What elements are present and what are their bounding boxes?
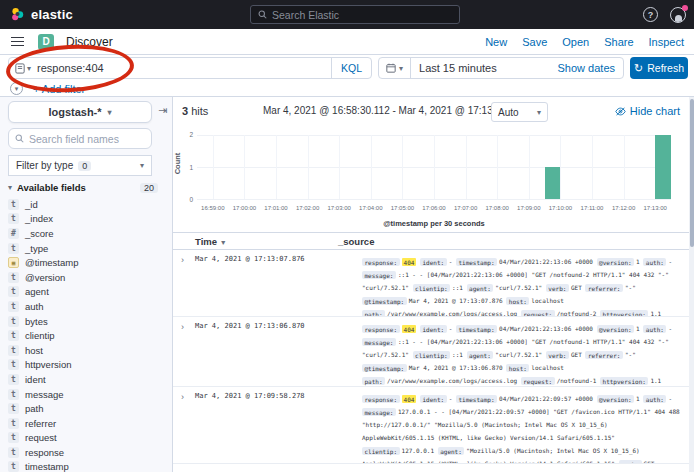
calendar-icon: [386, 63, 396, 73]
grid-line-v: [466, 135, 467, 199]
field-item-_id[interactable]: t_id: [8, 197, 168, 212]
saved-query-menu[interactable]: ▾: [9, 63, 37, 74]
field-item-_score[interactable]: #_score: [8, 226, 168, 241]
available-fields-header[interactable]: ▾ Available fields 20: [8, 182, 164, 193]
calendar-menu[interactable]: ▾: [379, 58, 411, 78]
field-item-clientip[interactable]: tclientip: [8, 328, 168, 343]
histogram-bar[interactable]: [655, 135, 671, 199]
logo-text: elastic: [31, 7, 73, 22]
table-row[interactable]: ›Mar 4, 2021 @ 17:13:06.870response:404 …: [173, 317, 694, 387]
time-range-value[interactable]: Last 15 minutes: [411, 62, 558, 74]
show-dates-button[interactable]: Show dates: [558, 62, 623, 74]
field-type-string-icon: t: [8, 286, 19, 297]
refresh-button[interactable]: ↻ Refresh: [630, 57, 688, 79]
field-search-input[interactable]: Search field names: [8, 128, 152, 149]
grid-line-v: [308, 135, 309, 199]
nav-action-inspect[interactable]: Inspect: [649, 36, 684, 48]
source-field-badge: auth:: [643, 395, 666, 403]
source-value: ::1: [452, 284, 463, 291]
chart-plot-area: [197, 135, 671, 200]
elastic-logo[interactable]: elastic: [0, 7, 73, 22]
refresh-label: Refresh: [647, 62, 684, 74]
table-row[interactable]: ›Mar 4, 2021 @ 17:13:07.876response:404 …: [173, 250, 694, 317]
field-item-host[interactable]: thost: [8, 343, 168, 358]
menu-icon[interactable]: [11, 37, 24, 46]
field-item-_index[interactable]: t_index: [8, 212, 168, 227]
source-field-badge: @version:: [597, 258, 635, 266]
source-value: -: [449, 258, 453, 265]
field-item-referrer[interactable]: treferrer: [8, 416, 168, 431]
field-item-path[interactable]: tpath: [8, 401, 168, 416]
field-item-response[interactable]: tresponse: [8, 445, 168, 460]
field-name: message: [25, 389, 64, 400]
sort-desc-icon: ▼: [220, 239, 227, 246]
field-item-timestamp[interactable]: ttimestamp: [8, 460, 168, 472]
field-type-string-icon: t: [8, 403, 19, 414]
user-avatar[interactable]: [670, 7, 686, 23]
field-item-_type[interactable]: t_type: [8, 241, 168, 256]
expand-row-icon[interactable]: ›: [181, 255, 193, 316]
available-fields-label: Available fields: [17, 182, 86, 193]
source-field-badge: host:: [506, 364, 529, 372]
nav-action-open[interactable]: Open: [562, 36, 589, 48]
field-type-string-icon: t: [8, 418, 19, 429]
field-type-string-icon: t: [8, 199, 19, 210]
histogram-chart[interactable]: Count 16:59:0017:00:0017:01:0017:02:0017…: [173, 127, 694, 232]
eye-slash-icon: [615, 107, 626, 116]
histogram-bar[interactable]: [545, 167, 561, 199]
field-item-request[interactable]: trequest: [8, 431, 168, 446]
filter-options-icon[interactable]: ▾: [10, 82, 23, 95]
query-text[interactable]: response:404: [37, 62, 331, 74]
interval-select[interactable]: Auto ▾: [491, 102, 548, 122]
time-column-header[interactable]: Time ▼: [173, 236, 338, 247]
global-search-input[interactable]: Search Elastic: [250, 5, 460, 24]
hide-chart-button[interactable]: Hide chart: [615, 105, 680, 117]
index-pattern-select[interactable]: logstash-* ▾: [8, 101, 152, 123]
field-name: _type: [25, 243, 48, 254]
query-input[interactable]: ▾ response:404 KQL: [8, 57, 372, 79]
row-source: response:404 ident:- timestamp:04/Mar/20…: [362, 322, 680, 386]
table-row[interactable]: ›Mar 4, 2021 @ 17:09:58.278response:404 …: [173, 387, 694, 464]
field-item-version[interactable]: t@version: [8, 270, 168, 285]
field-item-bytes[interactable]: tbytes: [8, 314, 168, 329]
source-field-badge: ident:: [420, 325, 447, 333]
source-field-badge: response:: [362, 325, 400, 333]
source-value: 04/Mar/2021:22:13:06 +0000: [499, 325, 593, 332]
scrollbar-thumb[interactable]: [690, 99, 694, 247]
source-field-badge: agent:: [438, 447, 465, 455]
add-filter-button[interactable]: + Add filter: [33, 83, 85, 95]
table-header: Time ▼ _source: [173, 232, 694, 250]
filter-by-type-toggle[interactable]: Filter by type 0 ▾: [8, 155, 152, 176]
query-language-button[interactable]: KQL: [331, 58, 371, 78]
expand-row-icon[interactable]: ›: [181, 392, 193, 463]
vertical-scrollbar[interactable]: [689, 97, 694, 472]
nav-action-share[interactable]: Share: [604, 36, 633, 48]
field-item-message[interactable]: tmessage: [8, 387, 168, 402]
elastic-logo-icon: [10, 7, 25, 22]
field-type-string-icon: t: [8, 330, 19, 341]
source-value: GET: [571, 351, 582, 358]
field-type-string-icon: t: [8, 447, 19, 458]
x-tick-label: 17:03:00: [328, 205, 351, 211]
global-header: elastic Search Elastic ?: [0, 0, 694, 29]
field-item-ident[interactable]: tident: [8, 372, 168, 387]
source-field-badge: request:: [521, 377, 555, 385]
nav-action-new[interactable]: New: [485, 36, 507, 48]
y-tick-label: 0: [181, 196, 193, 203]
expand-row-icon[interactable]: ›: [181, 322, 193, 386]
source-value: GET: [571, 284, 582, 291]
interval-value: Auto: [498, 107, 519, 118]
help-icon[interactable]: ?: [643, 7, 658, 22]
field-item-timestamp[interactable]: ▦@timestamp: [8, 255, 168, 270]
field-name: ident: [25, 374, 46, 385]
field-item-agent[interactable]: tagent: [8, 285, 168, 300]
field-item-httpversion[interactable]: thttpversion: [8, 358, 168, 373]
field-item-auth[interactable]: tauth: [8, 299, 168, 314]
source-field-badge: message:: [362, 338, 396, 346]
collapse-sidebar-icon[interactable]: ⇥: [158, 104, 167, 117]
field-name: auth: [25, 301, 44, 312]
field-type-string-icon: t: [8, 461, 19, 472]
source-value: localhost: [531, 297, 564, 304]
highlighted-value: 404: [402, 395, 417, 403]
nav-action-save[interactable]: Save: [522, 36, 547, 48]
